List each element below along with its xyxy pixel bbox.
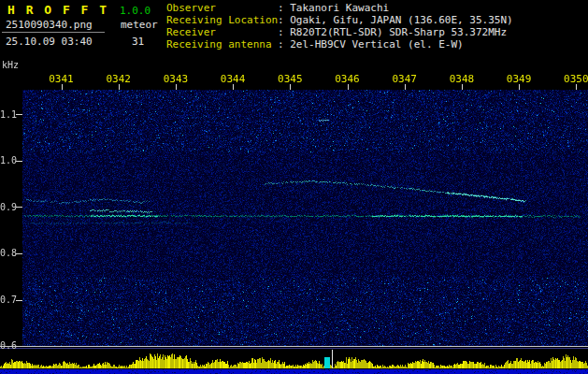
freq-label: 0.6 xyxy=(0,340,14,351)
info-row: Receiving antenna: 2el-HB9CV Vertical (e… xyxy=(166,38,513,50)
time-label: 0350 xyxy=(562,73,588,85)
info-value: Ogaki, Gifu, JAPAN (136.60E, 35.35N) xyxy=(290,14,512,26)
app-version: 1.0.0 xyxy=(120,5,151,17)
time-label: 0347 xyxy=(391,73,419,85)
spectrogram-canvas xyxy=(0,58,588,374)
info-label: Receiving Location xyxy=(166,14,278,26)
time-label: 0342 xyxy=(105,73,133,85)
info-row: Receiving Location: Ogaki, Gifu, JAPAN (… xyxy=(166,14,513,26)
hrofft-window: H R O F F T 1.0.0 2510090340.png meteor … xyxy=(0,0,588,374)
time-label: 0344 xyxy=(219,73,247,85)
time-label: 0345 xyxy=(276,73,304,85)
info-label: Receiving antenna xyxy=(166,38,278,50)
app-title: H R O F F T xyxy=(7,3,108,17)
info-colon: : xyxy=(278,2,290,14)
info-label: Observer xyxy=(166,2,278,14)
time-label: 0341 xyxy=(48,73,76,85)
info-colon: : xyxy=(278,14,290,26)
output-filename: 2510090340.png xyxy=(6,19,93,31)
time-label: 0349 xyxy=(505,73,533,85)
info-row: Observer: Takanori Kawachi xyxy=(166,2,513,14)
info-row: Receiver: R820T2(RTL-SDR) SDR-Sharp 53.3… xyxy=(166,26,513,38)
info-colon: : xyxy=(278,26,290,38)
info-label: Receiver xyxy=(166,26,278,38)
observer-info-block: Observer: Takanori KawachiReceiving Loca… xyxy=(166,2,513,50)
observation-datetime: 25.10.09 03:40 xyxy=(6,36,93,48)
time-label: 0346 xyxy=(334,73,362,85)
header-divider xyxy=(2,32,105,33)
info-value: Takanori Kawachi xyxy=(290,2,389,14)
freq-label: 1.0 xyxy=(0,155,14,165)
time-label: 0343 xyxy=(162,73,190,85)
time-label: 0348 xyxy=(448,73,476,85)
info-value: R820T2(RTL-SDR) SDR-Sharp 53.372MHz xyxy=(290,26,507,38)
freq-label: 0.8 xyxy=(0,248,14,258)
freq-label: 0.7 xyxy=(0,295,14,305)
freq-label: 0.9 xyxy=(0,202,14,212)
info-colon: : xyxy=(278,38,290,50)
freq-axis-unit-label: kHz xyxy=(2,60,19,70)
info-value: 2el-HB9CV Vertical (el. E-W) xyxy=(290,38,463,50)
meteor-count: 31 xyxy=(132,36,144,48)
freq-label: 1.1 xyxy=(0,109,14,120)
mode-label: meteor xyxy=(121,19,158,31)
